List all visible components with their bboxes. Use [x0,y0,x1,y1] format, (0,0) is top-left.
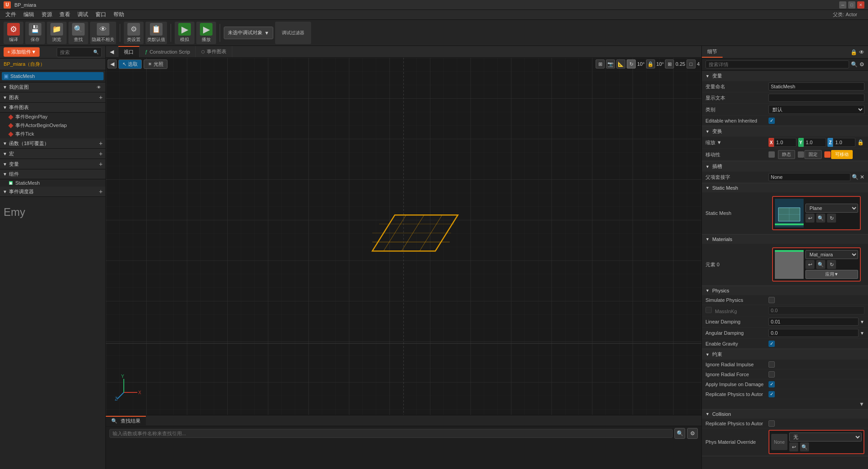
scale-icon[interactable]: ⊞ [665,59,674,68]
add-dispatcher-button[interactable]: + [99,188,103,195]
materials-section-header[interactable]: ▼ Materials [702,235,868,244]
add-function-button[interactable]: + [99,140,103,147]
apply-impulse-checkbox[interactable] [769,381,775,387]
bottom-settings-button[interactable]: ⚙ [687,428,698,439]
fixed-mobility-btn[interactable]: 固定 [805,150,822,159]
find-phys-icon[interactable]: 🔍 [800,442,809,451]
add-macro-button[interactable]: + [99,150,103,157]
tab-viewport[interactable]: 视口 [118,46,140,57]
add-component-button[interactable]: + 添加组件▼ [4,47,40,57]
tab-construction[interactable]: ƒConstruction Scrip [140,46,196,57]
play-button[interactable]: ▶ 播放 [196,22,216,44]
details-tab[interactable]: 细节 [702,46,723,58]
lock-icon[interactable]: 🔒 [646,59,655,68]
debug-filter-button[interactable]: 调试过滤器 [275,22,311,44]
menu-help[interactable]: 帮助 [110,10,128,19]
editable-checkbox[interactable] [769,118,775,124]
massinkg-checkbox[interactable] [705,307,712,313]
category-select[interactable]: 默认 [769,105,864,114]
parent-socket-input[interactable] [769,173,850,181]
save-button[interactable]: 💾 保存 [25,22,45,44]
tab-event-graph[interactable]: ⬡事件图表 [196,46,232,57]
clear-socket-icon[interactable]: ✕ [860,174,864,180]
replicate-physics-checkbox[interactable] [769,391,775,397]
clear-mesh-icon[interactable]: ↻ [827,214,836,223]
search-details-icon[interactable]: 🔍 [851,61,858,68]
scale-y-input[interactable] [804,138,826,147]
simulate-physics-checkbox[interactable] [769,297,775,303]
phys-material-select[interactable]: 无 [789,433,862,442]
bottom-search-button[interactable]: 🔍 [674,428,685,439]
lock-scale-icon[interactable]: 🔒 [857,139,864,146]
event-dispatcher-header[interactable]: ▼ 事件调度器 + [0,187,105,197]
search-socket-icon[interactable]: 🔍 [852,174,859,180]
apply-material-button[interactable]: 应用▼ [805,270,858,279]
attachment-section-header[interactable]: ▼ 插槽 [702,161,868,172]
event-actoroverlap[interactable]: 事件ActorBeginOverlap [0,121,105,130]
minimize-button[interactable]: ─ [839,1,846,9]
eye-details-icon[interactable]: 👁 [859,49,864,55]
grid-icon[interactable]: ⊞ [596,59,605,68]
menu-edit[interactable]: 编辑 [20,10,38,19]
transform-section-header[interactable]: ▼ 变换 [702,126,868,137]
hide-unrelated-button[interactable]: 👁 隐藏不相关 [90,22,116,44]
macros-header[interactable]: ▼ 宏 + [0,149,105,159]
component-search-input[interactable] [60,50,93,55]
variables-section-header[interactable]: ▼ 变量 [702,71,868,81]
scale-x-input[interactable] [774,138,796,147]
tab-arrow-left[interactable]: ◀ [106,46,118,57]
camera-icon[interactable]: 📷 [606,59,615,68]
menu-view[interactable]: 查看 [56,10,74,19]
browse-button[interactable]: 📁 浏览 [47,22,67,44]
graph-section-header[interactable]: ▼ 图表 + [0,92,105,103]
find-results-tab[interactable]: 🔍 查找结果 [106,416,146,425]
linear-damping-input[interactable] [769,318,859,326]
menu-window[interactable]: 窗口 [92,10,110,19]
event-beginplay[interactable]: 事件BeginPlay [0,113,105,121]
debug-object-dropdown[interactable]: 未选中调试对象 ▼ [224,27,273,39]
ignore-radial-force-checkbox[interactable] [769,371,775,378]
component-list-staticmesh[interactable]: ▣ StaticMesh [0,179,105,187]
bottom-search-input[interactable] [109,429,673,438]
constraints-section-header[interactable]: ▼ 约束 [702,349,868,360]
components-section-header[interactable]: ▼ 组件 [0,169,105,179]
physics-section-header[interactable]: ▼ Physics [702,286,868,295]
component-staticmesh[interactable]: ▣ StaticMesh [2,72,104,80]
compile-button[interactable]: ⚙ 编译 [4,22,23,44]
ignore-radial-impulse-checkbox[interactable] [769,361,775,368]
scale-z-input[interactable] [833,138,855,147]
maximize-button[interactable]: □ [848,1,855,9]
replicate-collision-checkbox[interactable] [769,420,775,427]
static-mesh-section-header[interactable]: ▼ Static Mesh [702,183,868,192]
select-mode-button[interactable]: ↖ 选取 [118,59,142,69]
lock-details-icon[interactable]: 🔒 [850,49,857,55]
event-graph-header[interactable]: ▼ 事件图表 [0,103,105,113]
material-select-dropdown[interactable]: Mat_miara [805,250,858,259]
viewport-arrow[interactable]: ◀ [108,59,117,68]
snap-rotate-icon[interactable]: ↻ [627,59,636,68]
my-blueprint-header[interactable]: ▼ 我的蓝图 👁 [0,82,105,92]
class-defaults-button[interactable]: 📋 类默认值 [145,22,167,44]
find-mesh-icon[interactable]: 🔍 [816,214,825,223]
functions-header[interactable]: ▼ 函数（18可覆盖） + [0,138,105,149]
mesh-select-dropdown[interactable]: Plane [805,204,858,213]
viewport-size-icon[interactable]: □ [687,59,696,68]
add-graph-button[interactable]: + [99,94,103,101]
arrow-mesh-icon[interactable]: ↩ [805,214,814,223]
menu-file[interactable]: 文件 [2,10,20,19]
plane-mesh-object[interactable] [336,192,471,266]
angular-damping-arrow[interactable]: ▼ [860,331,864,336]
lighting-button[interactable]: ☀ 光照 [144,59,167,69]
eye-icon[interactable]: 👁 [97,85,101,90]
snap-icon[interactable]: 📐 [616,59,625,68]
enable-gravity-checkbox[interactable] [769,341,775,347]
menu-assets[interactable]: 资源 [38,10,56,19]
simulate-button[interactable]: ▶ 模拟 [175,22,194,44]
event-tick[interactable]: 事件Tick [0,130,105,138]
angular-damping-input[interactable] [769,329,859,337]
collision-section-header[interactable]: ▼ Collision [702,410,868,419]
expand-constraints-icon[interactable]: ▼ [859,401,864,407]
menu-debug[interactable]: 调试 [74,10,92,19]
linear-damping-arrow[interactable]: ▼ [860,319,864,324]
find-button[interactable]: 🔍 查找 [68,22,88,44]
